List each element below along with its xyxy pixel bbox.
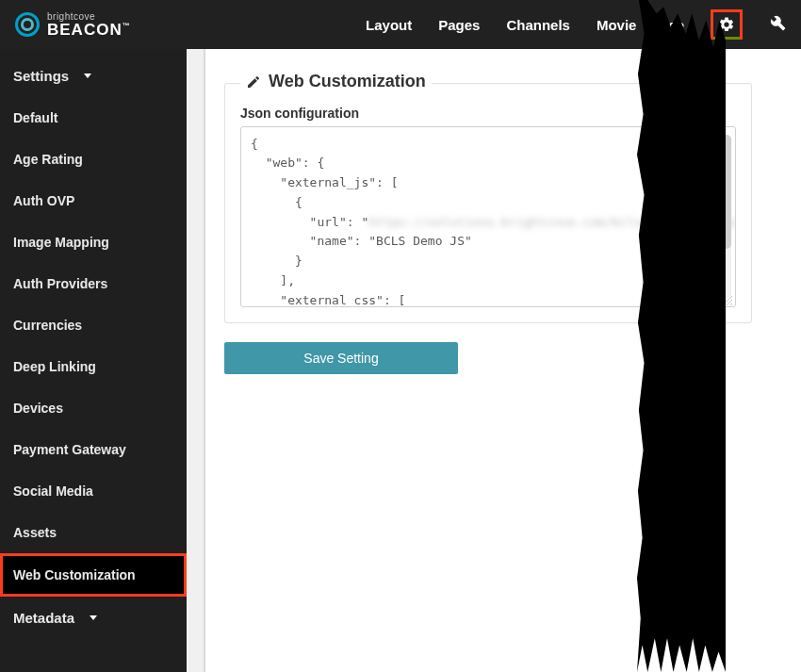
chevron-down-icon <box>90 615 97 620</box>
nav-pages[interactable]: Pages <box>438 17 480 33</box>
sidebar-section-metadata[interactable]: Metadata <box>0 597 187 639</box>
sidebar-item-label: Web Customization <box>13 567 136 582</box>
logo-tm: ™ <box>123 22 131 30</box>
wrench-icon <box>769 14 786 31</box>
logo-text: brightcove BEACON™ <box>47 12 131 38</box>
logo-product-text: BEACON <box>47 21 123 39</box>
sidebar-item-label: Auth Providers <box>13 276 107 291</box>
sidebar-item-label: Devices <box>13 401 63 416</box>
chevron-down-icon <box>84 74 91 78</box>
sidebar-item-currencies[interactable]: Currencies <box>0 304 187 346</box>
sidebar-item-label: Image Mapping <box>13 235 109 250</box>
nav-movie[interactable]: Movie <box>597 17 637 33</box>
panel-title-text: Web Customization <box>269 72 426 91</box>
sidebar-item-web-customization[interactable]: Web Customization <box>0 553 187 597</box>
save-setting-button[interactable]: Save Setting <box>224 342 458 374</box>
nav-layout[interactable]: Layout <box>366 17 412 33</box>
json-url-prefix: "url": " <box>251 215 368 229</box>
sidebar-item-label: Currencies <box>13 318 82 333</box>
sidebar-item-default[interactable]: Default <box>0 97 187 139</box>
wrench-button[interactable] <box>769 14 786 35</box>
logo-product-label: BEACON™ <box>47 22 131 38</box>
nav-channels[interactable]: Channels <box>506 17 570 33</box>
settings-gear-button[interactable] <box>711 9 743 40</box>
sidebar-section-settings[interactable]: Settings <box>0 55 187 97</box>
sidebar-item-assets[interactable]: Assets <box>0 512 187 553</box>
sidebar-item-image-mapping[interactable]: Image Mapping <box>0 221 187 263</box>
sidebar-item-deep-linking[interactable]: Deep Linking <box>0 346 187 387</box>
image-tear-overlay <box>637 0 726 672</box>
pencil-icon <box>246 74 261 90</box>
sidebar-item-age-rating[interactable]: Age Rating <box>0 139 187 180</box>
sidebar-item-social-media[interactable]: Social Media <box>0 470 187 512</box>
sidebar-item-label: Assets <box>13 525 57 540</box>
sidebar-item-label: Payment Gateway <box>13 442 126 457</box>
logo-mark <box>15 12 40 37</box>
sidebar-item-devices[interactable]: Devices <box>0 387 187 429</box>
sidebar: Settings Default Age Rating Auth OVP Ima… <box>0 49 187 672</box>
sidebar-item-auth-ovp[interactable]: Auth OVP <box>0 180 187 221</box>
sidebar-item-payment-gateway[interactable]: Payment Gateway <box>0 429 187 470</box>
save-button-label: Save Setting <box>303 351 378 366</box>
sidebar-item-label: Deep Linking <box>13 359 96 374</box>
sidebar-item-label: Age Rating <box>13 152 83 167</box>
sidebar-item-auth-providers[interactable]: Auth Providers <box>0 263 187 304</box>
sidebar-section-label: Metadata <box>13 610 74 626</box>
sidebar-item-label: Auth OVP <box>13 193 74 208</box>
sidebar-item-label: Social Media <box>13 484 93 499</box>
logo[interactable]: brightcove BEACON™ <box>15 12 131 38</box>
panel-title: Web Customization <box>240 72 432 91</box>
sidebar-section-label: Settings <box>13 68 69 84</box>
vertical-divider <box>187 49 205 672</box>
sidebar-item-label: Default <box>13 110 57 125</box>
